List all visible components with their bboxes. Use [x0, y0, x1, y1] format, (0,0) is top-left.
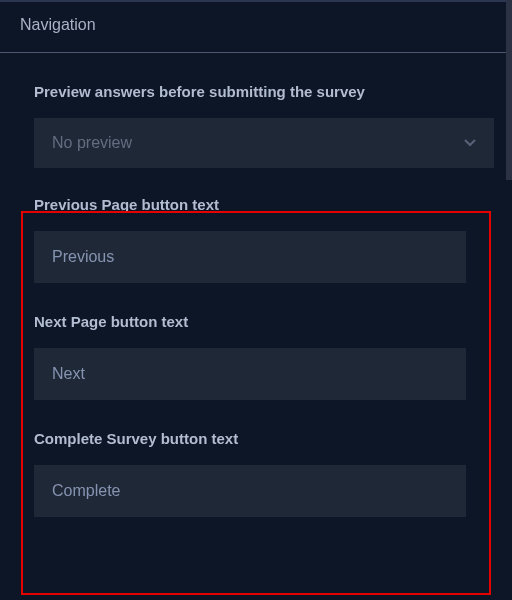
vertical-scrollbar[interactable] [506, 0, 512, 600]
complete-button-text-label: Complete Survey button text [34, 430, 466, 447]
chevron-down-icon [464, 139, 476, 147]
preview-label: Preview answers before submitting the su… [34, 83, 494, 100]
prev-button-text-field: Previous Page button text [34, 196, 466, 283]
button-text-section: Previous Page button text Next Page butt… [34, 196, 494, 517]
preview-field: Preview answers before submitting the su… [34, 83, 494, 168]
section-title: Navigation [20, 16, 96, 33]
complete-button-text-field: Complete Survey button text [34, 430, 466, 517]
preview-select[interactable]: No preview [34, 118, 494, 168]
next-button-text-field: Next Page button text [34, 313, 466, 400]
complete-button-text-input[interactable] [34, 465, 466, 517]
prev-button-text-label: Previous Page button text [34, 196, 466, 213]
settings-content: Preview answers before submitting the su… [0, 53, 512, 567]
header-divider [0, 52, 512, 53]
next-button-text-input[interactable] [34, 348, 466, 400]
next-button-text-label: Next Page button text [34, 313, 466, 330]
section-header: Navigation [0, 0, 512, 48]
scrollbar-thumb[interactable] [506, 0, 512, 180]
prev-button-text-input[interactable] [34, 231, 466, 283]
preview-select-value: No preview [52, 134, 132, 152]
